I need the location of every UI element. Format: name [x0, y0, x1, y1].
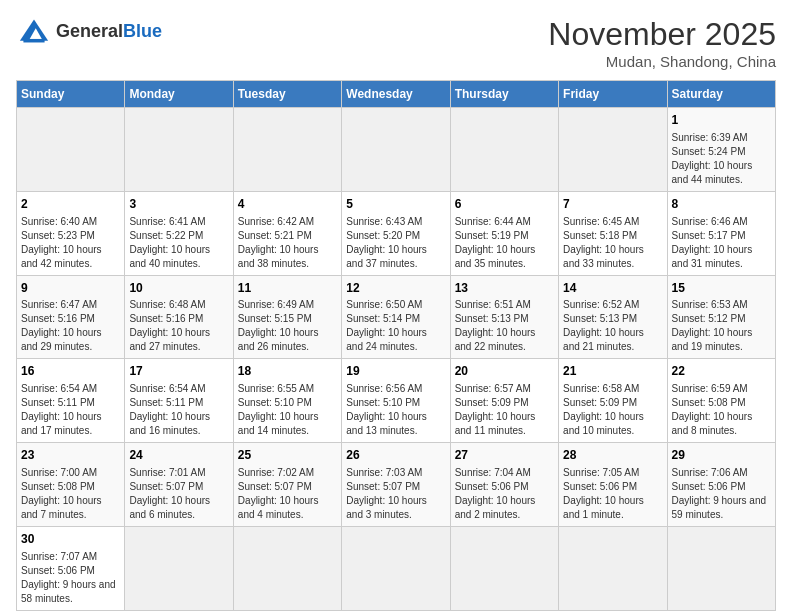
day-number: 2: [21, 196, 120, 213]
day-number: 18: [238, 363, 337, 380]
calendar-cell: 8Sunrise: 6:46 AM Sunset: 5:17 PM Daylig…: [667, 191, 775, 275]
calendar-week-2: 2Sunrise: 6:40 AM Sunset: 5:23 PM Daylig…: [17, 191, 776, 275]
day-number: 22: [672, 363, 771, 380]
day-info: Sunrise: 6:45 AM Sunset: 5:18 PM Dayligh…: [563, 215, 662, 271]
col-header-thursday: Thursday: [450, 81, 558, 108]
calendar-week-4: 16Sunrise: 6:54 AM Sunset: 5:11 PM Dayli…: [17, 359, 776, 443]
day-info: Sunrise: 6:46 AM Sunset: 5:17 PM Dayligh…: [672, 215, 771, 271]
logo-icon: [16, 16, 52, 46]
calendar-cell: 20Sunrise: 6:57 AM Sunset: 5:09 PM Dayli…: [450, 359, 558, 443]
day-number: 14: [563, 280, 662, 297]
col-header-tuesday: Tuesday: [233, 81, 341, 108]
day-number: 25: [238, 447, 337, 464]
calendar-cell: [450, 108, 558, 192]
calendar-cell: 12Sunrise: 6:50 AM Sunset: 5:14 PM Dayli…: [342, 275, 450, 359]
calendar-week-5: 23Sunrise: 7:00 AM Sunset: 5:08 PM Dayli…: [17, 443, 776, 527]
day-number: 23: [21, 447, 120, 464]
calendar-cell: 15Sunrise: 6:53 AM Sunset: 5:12 PM Dayli…: [667, 275, 775, 359]
day-info: Sunrise: 6:41 AM Sunset: 5:22 PM Dayligh…: [129, 215, 228, 271]
calendar-cell: 22Sunrise: 6:59 AM Sunset: 5:08 PM Dayli…: [667, 359, 775, 443]
col-header-sunday: Sunday: [17, 81, 125, 108]
calendar-cell: [342, 108, 450, 192]
calendar-cell: 7Sunrise: 6:45 AM Sunset: 5:18 PM Daylig…: [559, 191, 667, 275]
day-info: Sunrise: 6:52 AM Sunset: 5:13 PM Dayligh…: [563, 298, 662, 354]
calendar-cell: 21Sunrise: 6:58 AM Sunset: 5:09 PM Dayli…: [559, 359, 667, 443]
day-info: Sunrise: 6:50 AM Sunset: 5:14 PM Dayligh…: [346, 298, 445, 354]
day-info: Sunrise: 6:47 AM Sunset: 5:16 PM Dayligh…: [21, 298, 120, 354]
calendar-week-3: 9Sunrise: 6:47 AM Sunset: 5:16 PM Daylig…: [17, 275, 776, 359]
day-info: Sunrise: 6:39 AM Sunset: 5:24 PM Dayligh…: [672, 131, 771, 187]
day-number: 9: [21, 280, 120, 297]
day-number: 29: [672, 447, 771, 464]
day-number: 28: [563, 447, 662, 464]
col-header-friday: Friday: [559, 81, 667, 108]
day-number: 4: [238, 196, 337, 213]
calendar-cell: 18Sunrise: 6:55 AM Sunset: 5:10 PM Dayli…: [233, 359, 341, 443]
calendar-cell: 29Sunrise: 7:06 AM Sunset: 5:06 PM Dayli…: [667, 443, 775, 527]
calendar-cell: 14Sunrise: 6:52 AM Sunset: 5:13 PM Dayli…: [559, 275, 667, 359]
day-number: 13: [455, 280, 554, 297]
day-number: 5: [346, 196, 445, 213]
calendar-cell: 25Sunrise: 7:02 AM Sunset: 5:07 PM Dayli…: [233, 443, 341, 527]
day-number: 17: [129, 363, 228, 380]
calendar-cell: [233, 108, 341, 192]
calendar-cell: 9Sunrise: 6:47 AM Sunset: 5:16 PM Daylig…: [17, 275, 125, 359]
day-info: Sunrise: 7:01 AM Sunset: 5:07 PM Dayligh…: [129, 466, 228, 522]
day-number: 24: [129, 447, 228, 464]
calendar-cell: 5Sunrise: 6:43 AM Sunset: 5:20 PM Daylig…: [342, 191, 450, 275]
day-info: Sunrise: 6:58 AM Sunset: 5:09 PM Dayligh…: [563, 382, 662, 438]
calendar-cell: [125, 526, 233, 610]
calendar-cell: 3Sunrise: 6:41 AM Sunset: 5:22 PM Daylig…: [125, 191, 233, 275]
calendar-cell: 17Sunrise: 6:54 AM Sunset: 5:11 PM Dayli…: [125, 359, 233, 443]
calendar-cell: 16Sunrise: 6:54 AM Sunset: 5:11 PM Dayli…: [17, 359, 125, 443]
calendar-cell: 4Sunrise: 6:42 AM Sunset: 5:21 PM Daylig…: [233, 191, 341, 275]
day-info: Sunrise: 6:43 AM Sunset: 5:20 PM Dayligh…: [346, 215, 445, 271]
day-info: Sunrise: 6:59 AM Sunset: 5:08 PM Dayligh…: [672, 382, 771, 438]
calendar-cell: 28Sunrise: 7:05 AM Sunset: 5:06 PM Dayli…: [559, 443, 667, 527]
calendar-header-row: SundayMondayTuesdayWednesdayThursdayFrid…: [17, 81, 776, 108]
day-info: Sunrise: 7:03 AM Sunset: 5:07 PM Dayligh…: [346, 466, 445, 522]
logo-text: GeneralBlue: [56, 21, 162, 42]
day-info: Sunrise: 7:07 AM Sunset: 5:06 PM Dayligh…: [21, 550, 120, 606]
calendar-cell: 26Sunrise: 7:03 AM Sunset: 5:07 PM Dayli…: [342, 443, 450, 527]
calendar-cell: 23Sunrise: 7:00 AM Sunset: 5:08 PM Dayli…: [17, 443, 125, 527]
day-info: Sunrise: 6:49 AM Sunset: 5:15 PM Dayligh…: [238, 298, 337, 354]
day-number: 8: [672, 196, 771, 213]
calendar-cell: [559, 526, 667, 610]
day-info: Sunrise: 7:04 AM Sunset: 5:06 PM Dayligh…: [455, 466, 554, 522]
calendar-title-block: November 2025 Mudan, Shandong, China: [548, 16, 776, 70]
day-info: Sunrise: 6:44 AM Sunset: 5:19 PM Dayligh…: [455, 215, 554, 271]
calendar-subtitle: Mudan, Shandong, China: [548, 53, 776, 70]
day-info: Sunrise: 7:06 AM Sunset: 5:06 PM Dayligh…: [672, 466, 771, 522]
calendar-cell: 11Sunrise: 6:49 AM Sunset: 5:15 PM Dayli…: [233, 275, 341, 359]
calendar-week-1: 1Sunrise: 6:39 AM Sunset: 5:24 PM Daylig…: [17, 108, 776, 192]
day-info: Sunrise: 7:00 AM Sunset: 5:08 PM Dayligh…: [21, 466, 120, 522]
day-info: Sunrise: 7:05 AM Sunset: 5:06 PM Dayligh…: [563, 466, 662, 522]
calendar-cell: 1Sunrise: 6:39 AM Sunset: 5:24 PM Daylig…: [667, 108, 775, 192]
day-number: 6: [455, 196, 554, 213]
calendar-cell: [17, 108, 125, 192]
calendar-cell: 19Sunrise: 6:56 AM Sunset: 5:10 PM Dayli…: [342, 359, 450, 443]
logo: GeneralBlue: [16, 16, 162, 46]
calendar-cell: 30Sunrise: 7:07 AM Sunset: 5:06 PM Dayli…: [17, 526, 125, 610]
day-info: Sunrise: 6:42 AM Sunset: 5:21 PM Dayligh…: [238, 215, 337, 271]
day-number: 26: [346, 447, 445, 464]
calendar-cell: [450, 526, 558, 610]
page-header: GeneralBlue November 2025 Mudan, Shandon…: [16, 16, 776, 70]
day-number: 30: [21, 531, 120, 548]
day-number: 3: [129, 196, 228, 213]
day-number: 1: [672, 112, 771, 129]
day-info: Sunrise: 6:40 AM Sunset: 5:23 PM Dayligh…: [21, 215, 120, 271]
day-number: 15: [672, 280, 771, 297]
calendar-title: November 2025: [548, 16, 776, 53]
calendar-cell: 13Sunrise: 6:51 AM Sunset: 5:13 PM Dayli…: [450, 275, 558, 359]
day-number: 12: [346, 280, 445, 297]
day-number: 11: [238, 280, 337, 297]
day-info: Sunrise: 6:53 AM Sunset: 5:12 PM Dayligh…: [672, 298, 771, 354]
day-info: Sunrise: 6:57 AM Sunset: 5:09 PM Dayligh…: [455, 382, 554, 438]
calendar-cell: [233, 526, 341, 610]
day-number: 10: [129, 280, 228, 297]
day-number: 19: [346, 363, 445, 380]
calendar-cell: 2Sunrise: 6:40 AM Sunset: 5:23 PM Daylig…: [17, 191, 125, 275]
day-number: 21: [563, 363, 662, 380]
